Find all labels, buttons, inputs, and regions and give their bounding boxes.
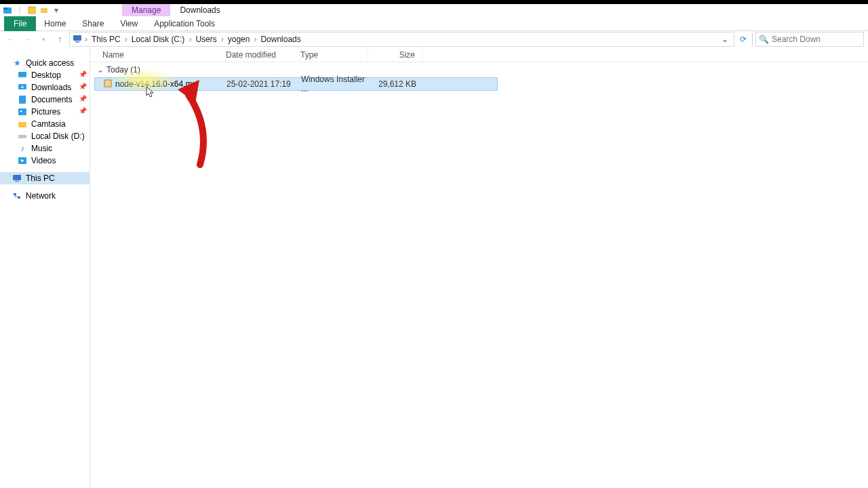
disk-icon — [18, 132, 27, 140]
sidebar-item-label: Pictures — [31, 107, 60, 117]
sidebar-item-local-disk-d[interactable]: Local Disk (D:) — [0, 130, 90, 142]
chevron-right-icon[interactable]: › — [189, 35, 191, 44]
tab-share[interactable]: Share — [74, 16, 112, 31]
file-row[interactable]: node-v14.16.0-x64.msi 25-02-2021 17:19 W… — [94, 77, 498, 91]
address-bar-row: ← → ▾ ↑ › This PC › Local Disk (C:) › Us… — [0, 31, 868, 47]
videos-icon — [18, 157, 27, 165]
search-icon: 🔍 — [759, 35, 769, 44]
chevron-right-icon[interactable]: › — [221, 35, 224, 44]
svg-rect-11 — [18, 122, 26, 127]
file-date: 25-02-2021 17:19 — [226, 79, 301, 89]
crumb-yogen[interactable]: yogen — [226, 35, 252, 44]
chevron-right-icon[interactable]: › — [125, 35, 127, 44]
documents-icon — [18, 96, 27, 104]
explorer-icon — [3, 5, 12, 15]
svg-rect-9 — [18, 108, 26, 115]
column-name[interactable]: Name — [90, 47, 226, 62]
svg-rect-5 — [75, 41, 79, 43]
sidebar-section-label: Network — [26, 191, 56, 201]
sidebar-quick-access[interactable]: ★ Quick access — [0, 57, 90, 69]
pin-icon: 📌 — [79, 70, 87, 78]
divider — [752, 33, 753, 45]
music-icon: ♪ — [18, 144, 27, 152]
sidebar-this-pc[interactable]: This PC — [0, 172, 90, 184]
sidebar-item-label: Videos — [31, 156, 56, 165]
qat-dropdown-icon[interactable]: ▾ — [52, 5, 61, 15]
file-list: ⌄ Today (1) node-v14.16.0-x64.msi 25-02-… — [90, 62, 868, 488]
sidebar-section-label: Quick access — [26, 58, 74, 68]
tab-application-tools[interactable]: Application Tools — [146, 16, 223, 31]
pin-icon: 📌 — [79, 107, 87, 115]
network-icon — [12, 192, 22, 200]
column-size[interactable]: Size — [368, 47, 422, 62]
properties-icon[interactable] — [27, 5, 37, 15]
ribbon-tabs: File Home Share View Application Tools — [0, 16, 868, 31]
sidebar-item-label: Desktop — [31, 70, 61, 80]
sidebar-item-desktop[interactable]: Desktop 📌 — [0, 69, 90, 81]
svg-rect-17 — [14, 193, 16, 195]
sidebar-item-camtasia[interactable]: Camtasia — [0, 118, 90, 130]
qat-separator-icon: | — [15, 5, 24, 15]
downloads-icon — [18, 83, 27, 92]
sidebar-item-downloads[interactable]: Downloads 📌 — [0, 81, 90, 94]
chevron-right-icon[interactable]: › — [85, 35, 87, 44]
file-tab[interactable]: File — [4, 16, 36, 31]
crumb-downloads[interactable]: Downloads — [259, 35, 302, 44]
sidebar-item-label: Local Disk (D:) — [31, 131, 85, 141]
sidebar-network[interactable]: Network — [0, 190, 90, 202]
navigation-sidebar: ★ Quick access Desktop 📌 Downloads 📌 Doc… — [0, 47, 90, 488]
svg-rect-15 — [13, 175, 21, 180]
pin-icon: 📌 — [79, 95, 87, 102]
column-type[interactable]: Type — [300, 47, 368, 62]
msi-icon — [103, 79, 113, 90]
svg-rect-2 — [28, 7, 35, 14]
pc-icon — [73, 35, 82, 45]
recent-locations-button[interactable]: ▾ — [37, 33, 50, 46]
pc-icon — [12, 174, 22, 182]
crumb-users[interactable]: Users — [194, 35, 218, 44]
chevron-right-icon[interactable]: › — [254, 35, 256, 44]
crumb-local-disk-c[interactable]: Local Disk (C:) — [130, 35, 186, 44]
svg-rect-4 — [73, 35, 81, 41]
svg-point-10 — [20, 110, 22, 113]
pictures-icon — [18, 108, 27, 116]
desktop-icon — [18, 71, 27, 79]
svg-rect-20 — [105, 81, 111, 86]
search-input[interactable] — [772, 35, 853, 44]
contextual-tab-manage[interactable]: Manage — [122, 4, 170, 16]
folder-icon — [18, 120, 27, 128]
refresh-button[interactable]: ⟳ — [737, 35, 749, 44]
new-folder-icon[interactable] — [39, 5, 49, 15]
window-title: Downloads — [170, 4, 229, 16]
sidebar-item-label: Camtasia — [31, 119, 66, 129]
sidebar-item-documents[interactable]: Documents 📌 — [0, 94, 90, 106]
sidebar-item-videos[interactable]: Videos — [0, 155, 90, 167]
svg-rect-3 — [41, 8, 47, 13]
tab-home[interactable]: Home — [36, 16, 74, 31]
sidebar-item-label: Music — [31, 144, 52, 153]
file-name: node-v14.16.0-x64.msi — [115, 79, 198, 89]
search-box[interactable]: 🔍 — [755, 32, 864, 47]
crumb-this-pc[interactable]: This PC — [90, 35, 122, 44]
star-icon: ★ — [12, 59, 22, 67]
svg-rect-8 — [19, 96, 26, 104]
svg-rect-1 — [3, 7, 7, 9]
back-button[interactable]: ← — [4, 33, 18, 46]
svg-rect-12 — [18, 135, 26, 138]
breadcrumb[interactable]: › This PC › Local Disk (C:) › Users › yo… — [69, 32, 734, 47]
sidebar-item-music[interactable]: ♪ Music — [0, 142, 90, 155]
sidebar-item-label: Downloads — [31, 83, 71, 92]
group-label: Today (1) — [106, 65, 140, 75]
column-headers: Name Date modified Type Size — [90, 47, 868, 62]
group-header-today[interactable]: ⌄ Today (1) — [90, 62, 868, 77]
title-bar: | ▾ Manage Downloads — [0, 4, 868, 16]
forward-button[interactable]: → — [20, 33, 34, 46]
sidebar-item-pictures[interactable]: Pictures 📌 — [0, 106, 90, 118]
svg-rect-16 — [15, 181, 19, 182]
file-size: 29,612 KB — [369, 79, 423, 89]
tab-view[interactable]: View — [112, 16, 146, 31]
up-button[interactable]: ↑ — [53, 33, 66, 46]
column-date[interactable]: Date modified — [226, 47, 300, 62]
address-dropdown-icon[interactable]: ⌄ — [719, 35, 731, 44]
svg-rect-6 — [18, 72, 26, 77]
